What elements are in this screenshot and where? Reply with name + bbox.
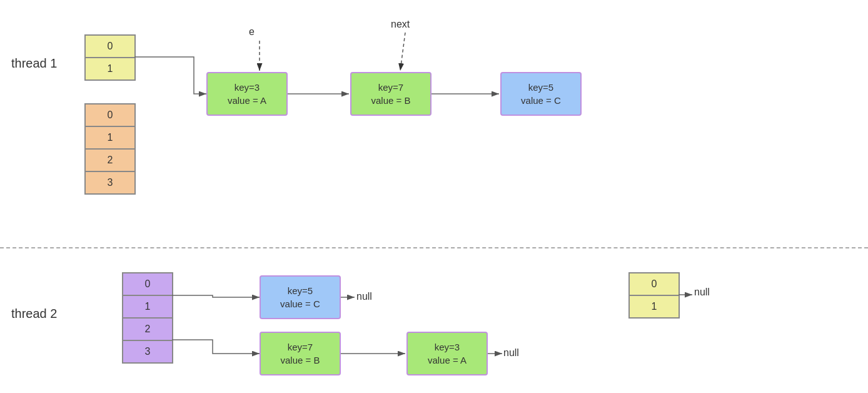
null1-label: null [356,291,372,302]
thread1-node3: key=5 value = C [500,72,582,116]
array-cell: 2 [123,318,173,340]
diagram: thread 1 0 1 0 1 2 3 key=3 value = A key… [0,0,868,393]
array-cell: 1 [85,126,135,149]
array-cell: 0 [123,273,173,295]
node-value: value = C [280,297,320,310]
node-value: value = B [371,94,411,107]
pointer-next-label: next [391,19,410,30]
node-value: value = A [228,94,266,107]
null3-label: null [694,287,710,298]
node-key: key=3 [235,81,260,94]
thread2-label: thread 2 [11,307,57,321]
thread2-array1: 0 1 2 3 [122,272,173,364]
array-cell: 0 [85,104,135,126]
node-value: value = A [428,354,467,367]
node-value: value = C [521,94,561,107]
thread1-label: thread 1 [11,56,57,71]
array-cell: 1 [123,295,173,318]
thread2-node1: key=5 value = C [260,275,341,319]
thread2-array2: 0 1 [628,272,680,319]
thread1-array1: 0 1 [84,34,136,81]
thread2-node2: key=7 value = B [260,332,341,375]
node-key: key=5 [528,81,553,94]
array-cell: 3 [123,340,173,363]
array-cell: 0 [85,35,135,58]
array-cell: 2 [85,149,135,171]
array-cell: 0 [629,273,679,295]
node-value: value = B [281,354,320,367]
node-key: key=7 [378,81,403,94]
array-cell: 1 [629,295,679,318]
thread1-array2: 0 1 2 3 [84,103,136,195]
node-key: key=5 [288,284,313,297]
node-key: key=7 [288,340,313,354]
svg-line-5 [400,33,405,71]
array-cell: 1 [85,58,135,80]
array-cell: 3 [85,171,135,194]
null2-label: null [503,347,519,359]
thread2-node3: key=3 value = A [406,332,488,375]
node-key: key=3 [435,340,460,354]
pointer-e-label: e [249,26,255,38]
thread1-node2: key=7 value = B [350,72,431,116]
thread1-node1: key=3 value = A [206,72,288,116]
divider [0,247,868,248]
